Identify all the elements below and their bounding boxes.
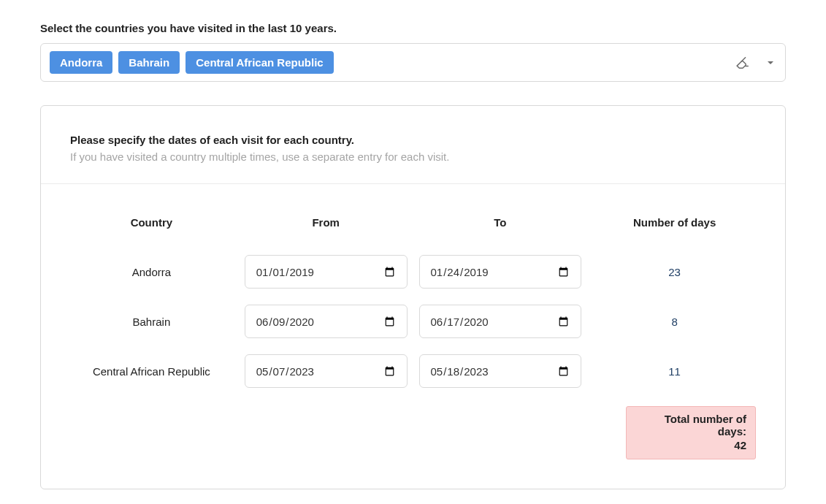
cell-from [245, 255, 408, 289]
to-date-input[interactable] [419, 305, 582, 338]
col-header-from: From [245, 216, 408, 229]
table-row: Central African Republic 11 [70, 349, 756, 393]
cell-country: Bahrain [70, 316, 233, 328]
country-chip[interactable]: Central African Republic [186, 51, 333, 74]
card-header: Please specify the dates of each visit f… [41, 106, 785, 184]
cell-to [419, 354, 582, 388]
col-header-country: Country [70, 216, 233, 229]
eraser-icon [734, 55, 750, 71]
clear-selection-button[interactable] [733, 53, 752, 72]
dropdown-toggle-button[interactable] [765, 57, 776, 69]
visits-table: Country From To Number of days Andorra 2… [41, 184, 785, 459]
cell-days: 11 [593, 365, 756, 378]
multiselect-controls [733, 53, 776, 72]
from-date-input[interactable] [245, 255, 408, 289]
table-row: Bahrain 8 [70, 299, 756, 343]
country-multiselect[interactable]: Andorra Bahrain Central African Republic [40, 43, 786, 82]
col-header-days: Number of days [593, 216, 756, 229]
from-date-input[interactable] [245, 354, 408, 388]
country-chip[interactable]: Bahrain [118, 51, 180, 74]
col-header-to: To [419, 216, 582, 229]
cell-to [419, 255, 582, 289]
chevron-down-icon [766, 58, 775, 67]
cell-from [245, 354, 408, 388]
total-days-label: Total number of days: [635, 413, 746, 438]
table-header-row: Country From To Number of days [70, 200, 756, 244]
cell-to [419, 305, 582, 338]
to-date-input[interactable] [419, 354, 582, 388]
from-date-input[interactable] [245, 305, 408, 338]
to-date-input[interactable] [419, 255, 582, 289]
cell-days: 8 [593, 316, 756, 328]
selected-chips-container: Andorra Bahrain Central African Republic [50, 51, 334, 74]
table-row: Andorra 23 [70, 250, 756, 294]
country-chip[interactable]: Andorra [50, 51, 112, 74]
cell-from [245, 305, 408, 338]
cell-country: Central African Republic [70, 365, 233, 378]
card-subtitle: If you have visited a country multiple t… [70, 150, 756, 163]
visits-card: Please specify the dates of each visit f… [40, 105, 786, 489]
total-days-value: 42 [635, 439, 746, 451]
cell-country: Andorra [70, 266, 233, 278]
card-title: Please specify the dates of each visit f… [70, 134, 756, 146]
question-prompt: Select the countries you have visited in… [40, 22, 786, 34]
cell-days: 23 [593, 266, 756, 278]
total-days-box: Total number of days: 42 [626, 406, 756, 459]
